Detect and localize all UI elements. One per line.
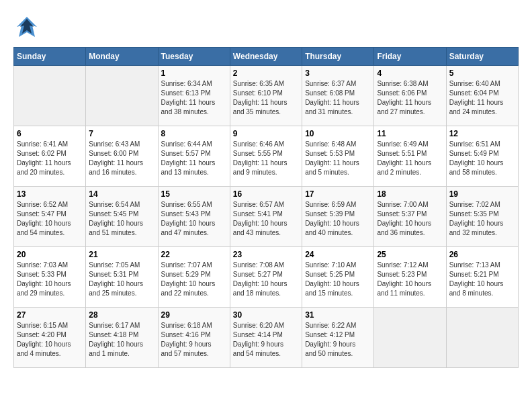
weekday-header: Tuesday [158, 48, 230, 66]
day-info: Sunrise: 6:22 AM Sunset: 4:12 PM Dayligh… [305, 321, 371, 359]
day-number: 29 [161, 310, 227, 320]
logo-icon [13, 13, 40, 40]
day-number: 6 [17, 129, 83, 138]
weekday-header: Wednesday [230, 48, 302, 66]
day-number: 1 [161, 68, 227, 78]
day-info: Sunrise: 6:51 AM Sunset: 5:49 PM Dayligh… [449, 140, 515, 177]
calendar-cell: 22Sunrise: 7:07 AM Sunset: 5:29 PM Dayli… [158, 247, 230, 308]
calendar-week-row: 27Sunrise: 6:15 AM Sunset: 4:20 PM Dayli… [14, 308, 519, 368]
calendar-cell: 23Sunrise: 7:08 AM Sunset: 5:27 PM Dayli… [230, 247, 302, 308]
calendar-cell: 16Sunrise: 6:57 AM Sunset: 5:41 PM Dayli… [230, 187, 302, 247]
calendar-cell: 29Sunrise: 6:18 AM Sunset: 4:16 PM Dayli… [158, 308, 230, 368]
day-info: Sunrise: 6:37 AM Sunset: 6:08 PM Dayligh… [305, 79, 371, 117]
day-number: 4 [377, 68, 443, 78]
day-number: 22 [161, 250, 227, 259]
weekday-header: Sunday [14, 48, 86, 66]
calendar-cell: 20Sunrise: 7:03 AM Sunset: 5:33 PM Dayli… [14, 247, 86, 308]
calendar-cell [86, 66, 158, 126]
day-info: Sunrise: 6:55 AM Sunset: 5:43 PM Dayligh… [161, 200, 227, 238]
calendar-cell: 21Sunrise: 7:05 AM Sunset: 5:31 PM Dayli… [86, 247, 158, 308]
calendar-cell: 1Sunrise: 6:34 AM Sunset: 6:13 PM Daylig… [158, 66, 230, 126]
day-number: 19 [449, 189, 515, 199]
day-info: Sunrise: 7:12 AM Sunset: 5:23 PM Dayligh… [377, 261, 443, 298]
day-number: 10 [305, 129, 371, 138]
day-info: Sunrise: 7:05 AM Sunset: 5:31 PM Dayligh… [89, 261, 154, 298]
day-info: Sunrise: 7:13 AM Sunset: 5:21 PM Dayligh… [449, 261, 515, 298]
day-number: 16 [233, 189, 299, 199]
calendar-cell: 24Sunrise: 7:10 AM Sunset: 5:25 PM Dayli… [302, 247, 374, 308]
day-number: 13 [17, 189, 83, 199]
day-number: 27 [17, 310, 83, 320]
day-info: Sunrise: 7:02 AM Sunset: 5:35 PM Dayligh… [449, 200, 515, 238]
calendar-cell: 19Sunrise: 7:02 AM Sunset: 5:35 PM Dayli… [446, 187, 518, 247]
day-number: 21 [89, 250, 154, 259]
day-number: 7 [89, 129, 154, 138]
calendar-cell [446, 308, 518, 368]
day-info: Sunrise: 6:57 AM Sunset: 5:41 PM Dayligh… [233, 200, 299, 238]
day-number: 30 [233, 310, 299, 320]
calendar-cell: 4Sunrise: 6:38 AM Sunset: 6:06 PM Daylig… [374, 66, 446, 126]
day-info: Sunrise: 6:34 AM Sunset: 6:13 PM Dayligh… [161, 79, 227, 117]
logo [13, 13, 42, 40]
day-info: Sunrise: 6:43 AM Sunset: 6:00 PM Dayligh… [89, 140, 154, 177]
day-info: Sunrise: 6:41 AM Sunset: 6:02 PM Dayligh… [17, 140, 83, 177]
day-number: 15 [161, 189, 227, 199]
calendar-cell: 6Sunrise: 6:41 AM Sunset: 6:02 PM Daylig… [14, 126, 86, 187]
day-info: Sunrise: 6:59 AM Sunset: 5:39 PM Dayligh… [305, 200, 371, 238]
day-info: Sunrise: 6:18 AM Sunset: 4:16 PM Dayligh… [161, 321, 227, 359]
day-info: Sunrise: 6:48 AM Sunset: 5:53 PM Dayligh… [305, 140, 371, 177]
day-info: Sunrise: 7:10 AM Sunset: 5:25 PM Dayligh… [305, 261, 371, 298]
day-number: 20 [17, 250, 83, 259]
day-number: 18 [377, 189, 443, 199]
day-info: Sunrise: 6:20 AM Sunset: 4:14 PM Dayligh… [233, 321, 299, 359]
calendar-cell: 31Sunrise: 6:22 AM Sunset: 4:12 PM Dayli… [302, 308, 374, 368]
calendar-header: SundayMondayTuesdayWednesdayThursdayFrid… [14, 48, 519, 66]
day-info: Sunrise: 6:49 AM Sunset: 5:51 PM Dayligh… [377, 140, 443, 177]
calendar-cell: 12Sunrise: 6:51 AM Sunset: 5:49 PM Dayli… [446, 126, 518, 187]
calendar-cell: 5Sunrise: 6:40 AM Sunset: 6:04 PM Daylig… [446, 66, 518, 126]
calendar-cell: 17Sunrise: 6:59 AM Sunset: 5:39 PM Dayli… [302, 187, 374, 247]
day-info: Sunrise: 6:35 AM Sunset: 6:10 PM Dayligh… [233, 79, 299, 117]
calendar-cell: 28Sunrise: 6:17 AM Sunset: 4:18 PM Dayli… [86, 308, 158, 368]
weekday-header: Monday [86, 48, 158, 66]
day-info: Sunrise: 7:03 AM Sunset: 5:33 PM Dayligh… [17, 261, 83, 298]
calendar-cell: 2Sunrise: 6:35 AM Sunset: 6:10 PM Daylig… [230, 66, 302, 126]
calendar-cell: 27Sunrise: 6:15 AM Sunset: 4:20 PM Dayli… [14, 308, 86, 368]
weekday-header: Thursday [302, 48, 374, 66]
calendar-cell: 15Sunrise: 6:55 AM Sunset: 5:43 PM Dayli… [158, 187, 230, 247]
day-number: 11 [377, 129, 443, 138]
calendar-week-row: 20Sunrise: 7:03 AM Sunset: 5:33 PM Dayli… [14, 247, 519, 308]
calendar-cell [374, 308, 446, 368]
day-number: 31 [305, 310, 371, 320]
calendar-cell: 13Sunrise: 6:52 AM Sunset: 5:47 PM Dayli… [14, 187, 86, 247]
calendar-cell: 11Sunrise: 6:49 AM Sunset: 5:51 PM Dayli… [374, 126, 446, 187]
calendar-cell: 18Sunrise: 7:00 AM Sunset: 5:37 PM Dayli… [374, 187, 446, 247]
day-number: 26 [449, 250, 515, 259]
calendar-cell: 26Sunrise: 7:13 AM Sunset: 5:21 PM Dayli… [446, 247, 518, 308]
calendar-week-row: 13Sunrise: 6:52 AM Sunset: 5:47 PM Dayli… [14, 187, 519, 247]
calendar-week-row: 6Sunrise: 6:41 AM Sunset: 6:02 PM Daylig… [14, 126, 519, 187]
day-number: 28 [89, 310, 154, 320]
day-info: Sunrise: 6:17 AM Sunset: 4:18 PM Dayligh… [89, 321, 154, 359]
calendar-cell: 14Sunrise: 6:54 AM Sunset: 5:45 PM Dayli… [86, 187, 158, 247]
calendar-body: 1Sunrise: 6:34 AM Sunset: 6:13 PM Daylig… [14, 66, 519, 368]
calendar-cell [14, 66, 86, 126]
day-info: Sunrise: 7:00 AM Sunset: 5:37 PM Dayligh… [377, 200, 443, 238]
day-info: Sunrise: 6:40 AM Sunset: 6:04 PM Dayligh… [449, 79, 515, 117]
day-info: Sunrise: 6:54 AM Sunset: 5:45 PM Dayligh… [89, 200, 154, 238]
day-info: Sunrise: 6:38 AM Sunset: 6:06 PM Dayligh… [377, 79, 443, 117]
weekday-header: Saturday [446, 48, 518, 66]
calendar-cell: 10Sunrise: 6:48 AM Sunset: 5:53 PM Dayli… [302, 126, 374, 187]
calendar-week-row: 1Sunrise: 6:34 AM Sunset: 6:13 PM Daylig… [14, 66, 519, 126]
day-number: 23 [233, 250, 299, 259]
day-number: 5 [449, 68, 515, 78]
calendar-cell: 9Sunrise: 6:46 AM Sunset: 5:55 PM Daylig… [230, 126, 302, 187]
day-info: Sunrise: 6:44 AM Sunset: 5:57 PM Dayligh… [161, 140, 227, 177]
day-number: 17 [305, 189, 371, 199]
calendar-cell: 8Sunrise: 6:44 AM Sunset: 5:57 PM Daylig… [158, 126, 230, 187]
calendar-table: SundayMondayTuesdayWednesdayThursdayFrid… [13, 47, 519, 368]
day-info: Sunrise: 6:15 AM Sunset: 4:20 PM Dayligh… [17, 321, 83, 359]
weekday-header: Friday [374, 48, 446, 66]
day-info: Sunrise: 7:08 AM Sunset: 5:27 PM Dayligh… [233, 261, 299, 298]
day-number: 12 [449, 129, 515, 138]
